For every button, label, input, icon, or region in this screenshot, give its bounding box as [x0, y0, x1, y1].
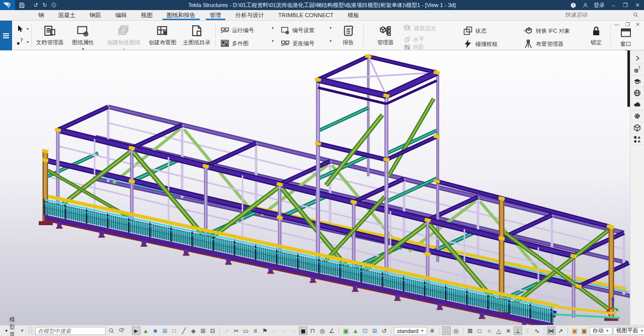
- drawing-properties-button[interactable]: 图纸属性▾: [68, 24, 98, 51]
- model-search-icon[interactable]: [107, 326, 116, 335]
- work-area-icon[interactable]: ⊡: [361, 326, 369, 335]
- select-filter-triangle-icon[interactable]: ▲: [141, 326, 150, 335]
- select-lines-icon[interactable]: ╱: [180, 326, 188, 335]
- model-origin-dropdown[interactable]: 模型原点▼: [2, 315, 27, 336]
- tab-view[interactable]: 视图: [134, 10, 159, 20]
- login-button[interactable]: 登录: [592, 2, 607, 9]
- learning-cap-icon[interactable]: [631, 76, 644, 87]
- snap-points-icon[interactable]: ∴: [442, 326, 451, 335]
- model-viewport[interactable]: [0, 50, 630, 325]
- run-numbering-button[interactable]: 运行编号: [220, 26, 254, 35]
- tab-edit[interactable]: 编辑: [108, 10, 134, 20]
- render-triangle-icon[interactable]: ▲: [351, 326, 360, 335]
- select-points-icon[interactable]: ∷: [170, 326, 179, 335]
- window-button[interactable]: 窗口▾: [615, 27, 637, 53]
- numbering-settings-button[interactable]: 编号设置: [281, 26, 314, 35]
- tab-analysis-design[interactable]: 分析与设计: [228, 10, 272, 20]
- change-numbering-button[interactable]: 更改编号: [281, 39, 314, 48]
- master-drawing-catalog-button[interactable]: 主图纸目录: [181, 24, 212, 46]
- auto-dropdown[interactable]: 自动▼: [590, 327, 612, 335]
- view-restore-button[interactable]: ❐: [625, 22, 630, 27]
- close-button[interactable]: ✕: [632, 1, 643, 9]
- align-icon[interactable]: ≡: [251, 326, 260, 335]
- create-shop-drawings-button[interactable]: 创建制造图纸▾: [104, 24, 144, 51]
- organizer-button[interactable]: 管理器: [372, 24, 398, 46]
- visibility-icon[interactable]: ◎: [318, 326, 327, 335]
- snap-square-icon[interactable]: □: [475, 326, 484, 335]
- status-button[interactable]: 状态: [463, 26, 487, 36]
- select-objects-icon[interactable]: ◈: [189, 326, 198, 335]
- angle-icon[interactable]: ∠: [328, 326, 336, 335]
- save-icon[interactable]: [17, 1, 26, 9]
- assembly-drawing-button[interactable]: 多件图: [220, 39, 249, 48]
- select-tool-button[interactable]: ▾: [16, 25, 29, 33]
- snap-eye-icon[interactable]: ◎: [452, 326, 460, 335]
- snap-arrow-icon[interactable]: ↗: [556, 326, 565, 335]
- file-menu-button[interactable]: [0, 21, 12, 50]
- history-clock-icon[interactable]: [49, 1, 58, 9]
- help-icon[interactable]: [568, 1, 579, 9]
- select-filter-square-icon[interactable]: ■: [151, 326, 159, 335]
- spacing-button[interactable]: 间距: [404, 43, 424, 51]
- restore-button[interactable]: ❐: [620, 1, 631, 9]
- render-image-icon[interactable]: ▣: [342, 326, 350, 335]
- select-components-icon[interactable]: ⊞: [160, 326, 169, 335]
- reports-button[interactable]: 报告: [338, 24, 358, 46]
- area-select-icon[interactable]: ▭: [242, 326, 250, 335]
- snap-perp-icon[interactable]: ⊥: [514, 326, 522, 335]
- work-grid-icon[interactable]: ⊞: [370, 326, 379, 335]
- tab-concrete[interactable]: 混凝土: [51, 10, 83, 20]
- snowflake-icon[interactable]: ❄: [428, 326, 437, 335]
- inquire-tool-button[interactable]: ▾: [16, 38, 29, 46]
- tab-trimble-connect[interactable]: TRIMBLE CONNECT: [271, 10, 341, 20]
- view_plane-dropdown[interactable]: 视图平面▼: [613, 327, 644, 335]
- snap-circle-icon[interactable]: ○: [485, 326, 494, 335]
- snap-depth-icon[interactable]: ⋈: [547, 326, 555, 335]
- snap-endpoint-icon[interactable]: ⊠: [466, 326, 474, 335]
- snap-cross-icon[interactable]: ✕: [504, 326, 513, 335]
- tab-manage[interactable]: 管理: [203, 10, 228, 20]
- select-grid-icon[interactable]: ⊞: [199, 326, 207, 335]
- components-shapes-icon[interactable]: [631, 133, 644, 145]
- clash-check-button[interactable]: 碰撞校核: [463, 39, 498, 49]
- layout-manager-button[interactable]: 布置管理器: [523, 39, 564, 49]
- lock-button[interactable]: 锁定: [586, 24, 606, 46]
- collapse-chevron-icon[interactable]: [631, 52, 644, 64]
- snap-free-icon[interactable]: ∿: [533, 326, 541, 335]
- level-button[interactable]: 水平: [404, 36, 424, 43]
- undo-icon[interactable]: ↺: [31, 1, 40, 9]
- view-close-button[interactable]: ✕: [636, 22, 640, 27]
- convert-ifc-button[interactable]: 转换 IFC 对象: [523, 26, 570, 36]
- tab-template[interactable]: 模板: [341, 10, 366, 20]
- standard-dropdown[interactable]: standard▼: [394, 327, 427, 335]
- help-gear-icon[interactable]: [631, 64, 644, 76]
- rotate-icon[interactable]: ↺: [380, 326, 388, 335]
- redo-icon[interactable]: ↻: [40, 1, 49, 9]
- building-hierarchy-button[interactable]: 建筑层次: [403, 24, 436, 33]
- view-minimize-button[interactable]: —: [614, 22, 619, 27]
- tab-steel[interactable]: 钢: [31, 10, 51, 20]
- minimize-button[interactable]: –: [608, 1, 619, 9]
- create-ga-drawing-button[interactable]: 创建布置图: [147, 24, 178, 46]
- zoom-window-icon[interactable]: [117, 326, 126, 335]
- quick-launch-input[interactable]: [564, 11, 629, 18]
- snap-triangle-icon[interactable]: △: [495, 326, 503, 335]
- cloud-icon[interactable]: [631, 99, 644, 110]
- model-search-input[interactable]: [35, 327, 106, 335]
- dark-block-icon[interactable]: ◼: [299, 326, 307, 335]
- tab-rebar[interactable]: 钢筋: [83, 10, 108, 20]
- ortho-b-icon[interactable]: ▣: [580, 326, 589, 335]
- select-grid-lines-icon[interactable]: ⊟: [208, 326, 217, 335]
- quick-launch-search-icon[interactable]: [632, 12, 639, 18]
- document-manager-button[interactable]: 文档管理器: [34, 24, 65, 46]
- select-cursor-icon[interactable]: ►: [132, 326, 140, 335]
- globe-icon[interactable]: [631, 87, 644, 99]
- user-icon[interactable]: [580, 1, 591, 9]
- cut-icon[interactable]: ✂: [232, 326, 240, 335]
- flag-icon[interactable]: ⚑: [261, 326, 269, 335]
- frame-icon[interactable]: ⊓: [308, 326, 317, 335]
- ortho-a-icon[interactable]: ▣: [571, 326, 579, 335]
- settings-gear-icon[interactable]: [631, 110, 644, 122]
- tab-drawings-reports[interactable]: 图纸和报告: [159, 10, 203, 20]
- model-cube-icon[interactable]: [631, 122, 644, 133]
